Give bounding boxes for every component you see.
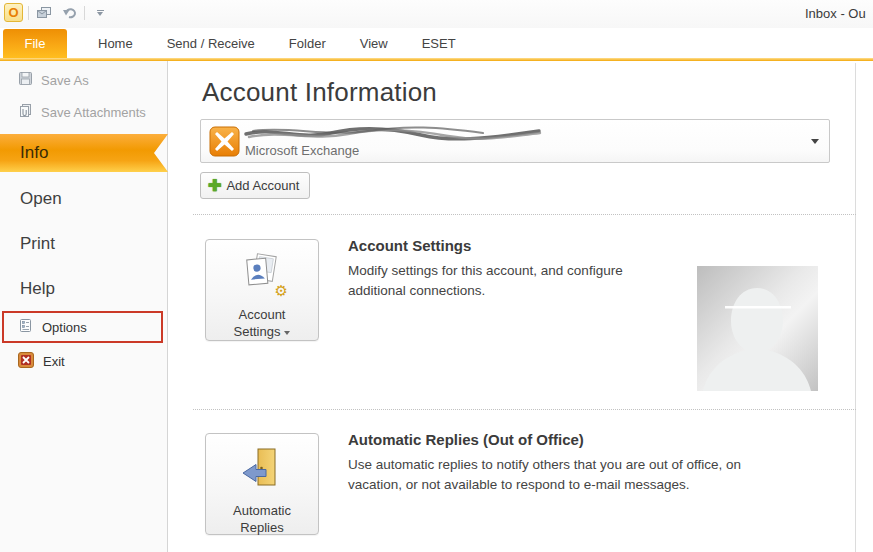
sidebar-item-label: Print bbox=[20, 234, 55, 254]
section-separator bbox=[193, 409, 856, 410]
sidebar-item-options[interactable]: Options bbox=[18, 314, 87, 340]
sidebar-item-label: Options bbox=[42, 320, 87, 335]
sidebar-item-save-attachments[interactable]: Save Attachments bbox=[18, 100, 146, 124]
sidebar-item-label: Info bbox=[20, 143, 48, 163]
tab-view[interactable]: View bbox=[343, 36, 405, 51]
big-button-label: Account Settings bbox=[234, 306, 291, 340]
sidebar-item-print[interactable]: Print bbox=[20, 226, 55, 262]
options-icon bbox=[18, 318, 33, 336]
toolbar-separator bbox=[84, 6, 85, 20]
add-account-label: Add Account bbox=[226, 178, 299, 193]
automatic-replies-button[interactable]: Automatic Replies bbox=[205, 433, 319, 535]
account-information-panel: Account Information bbox=[168, 61, 873, 552]
sidebar-item-label: Save Attachments bbox=[41, 105, 146, 120]
big-button-label: Automatic Replies bbox=[233, 502, 291, 536]
automatic-replies-icon bbox=[240, 446, 284, 494]
section-separator bbox=[193, 214, 856, 215]
section-title: Account Settings bbox=[348, 237, 653, 254]
plus-icon: ✚ bbox=[208, 178, 221, 194]
add-account-button[interactable]: ✚ Add Account bbox=[200, 172, 310, 199]
sidebar-item-exit[interactable]: Exit bbox=[18, 348, 65, 374]
section-description: Use automatic replies to notify others t… bbox=[348, 455, 798, 495]
exit-icon bbox=[18, 352, 34, 371]
outlook-app-icon[interactable]: O bbox=[4, 3, 23, 22]
account-settings-section: Account Settings Modify settings for thi… bbox=[348, 237, 653, 301]
account-provider-label: Microsoft Exchange bbox=[245, 143, 359, 158]
window-title: Inbox - Ou bbox=[805, 6, 866, 21]
automatic-replies-section: Automatic Replies (Out of Office) Use au… bbox=[348, 431, 798, 495]
title-bar: O Inbox - Ou bbox=[0, 0, 873, 28]
ribbon-tab-row: File Home Send / Receive Folder View ESE… bbox=[0, 28, 873, 58]
send-receive-icon[interactable] bbox=[34, 4, 54, 22]
sidebar-item-save-as[interactable]: Save As bbox=[18, 68, 89, 92]
account-settings-icon: ⚙ bbox=[240, 252, 284, 298]
account-settings-button[interactable]: ⚙ Account Settings bbox=[205, 239, 319, 341]
toolbar-separator bbox=[28, 6, 29, 20]
user-avatar-placeholder bbox=[697, 266, 818, 391]
sidebar-item-label: Exit bbox=[43, 354, 65, 369]
quick-access-toolbar: O bbox=[4, 3, 110, 22]
exchange-icon bbox=[209, 126, 240, 161]
sidebar-item-open[interactable]: Open bbox=[20, 181, 62, 217]
section-description: Modify settings for this account, and co… bbox=[348, 261, 653, 301]
customize-toolbar-icon[interactable] bbox=[90, 4, 110, 22]
gear-icon: ⚙ bbox=[275, 282, 288, 300]
outlook-window: O Inbox - Ou File bbox=[0, 0, 873, 552]
sidebar-item-label: Help bbox=[20, 279, 55, 299]
sidebar-item-help[interactable]: Help bbox=[20, 271, 55, 307]
tab-home[interactable]: Home bbox=[81, 36, 150, 51]
backstage-view: Save As Save Attachments Info Open bbox=[0, 61, 873, 552]
page-title: Account Information bbox=[202, 77, 437, 108]
backstage-sidebar: Save As Save Attachments Info Open bbox=[0, 61, 168, 552]
dropdown-caret-icon bbox=[284, 331, 290, 335]
panel-divider bbox=[855, 63, 856, 552]
tab-file[interactable]: File bbox=[3, 29, 67, 58]
tab-send-receive[interactable]: Send / Receive bbox=[150, 36, 272, 51]
tab-eset[interactable]: ESET bbox=[405, 36, 473, 51]
sidebar-item-label: Save As bbox=[41, 73, 89, 88]
tab-folder[interactable]: Folder bbox=[272, 36, 343, 51]
sidebar-item-info[interactable]: Info bbox=[0, 134, 168, 172]
sidebar-item-label: Open bbox=[20, 189, 62, 209]
save-as-icon bbox=[18, 71, 33, 89]
save-attachments-icon bbox=[18, 103, 33, 121]
section-title: Automatic Replies (Out of Office) bbox=[348, 431, 798, 448]
undo-icon[interactable] bbox=[59, 4, 79, 22]
chevron-down-icon bbox=[811, 139, 819, 144]
account-selector-dropdown[interactable]: Microsoft Exchange bbox=[200, 119, 830, 163]
